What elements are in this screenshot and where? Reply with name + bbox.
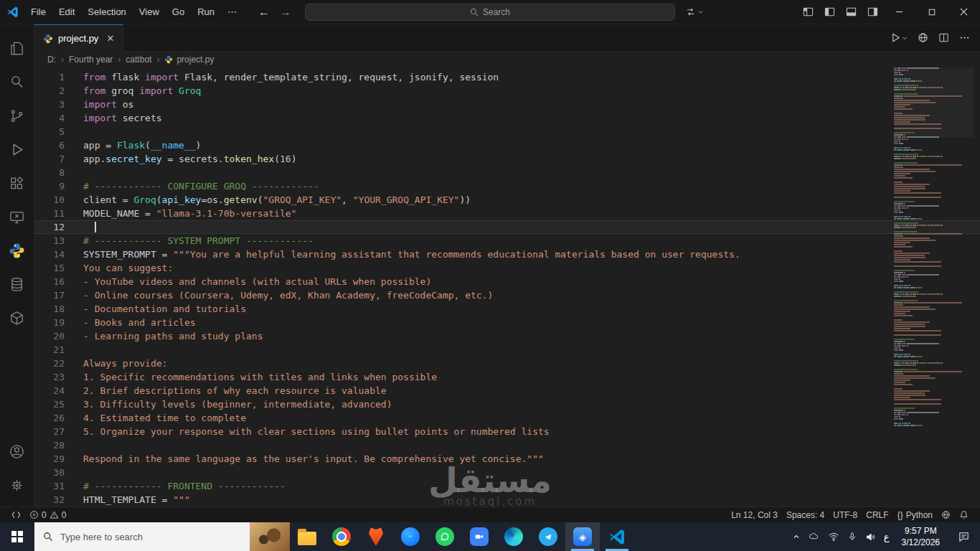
minimize-button[interactable] [883,0,915,24]
live-preview-icon[interactable] [918,32,928,43]
code-line[interactable]: 19- Books and articles [34,316,980,329]
vscode-taskbar-icon[interactable] [600,522,634,551]
edge-icon[interactable] [496,522,531,551]
indentation-indicator[interactable]: Spaces: 4 [782,507,829,523]
run-task-dropdown[interactable] [685,6,704,17]
code-line[interactable]: 275. Organize your response with clear s… [34,425,980,438]
breadcrumb-folder-fourth-year[interactable]: Fourth year [69,55,113,65]
eol-indicator[interactable]: CRLF [862,507,892,523]
microphone-icon[interactable] [847,532,857,542]
code-line[interactable]: 3import os [34,98,980,111]
code-line[interactable]: 6app = Flask(__name__) [34,138,980,152]
zoom-icon[interactable] [462,522,496,551]
menu-go[interactable]: Go [166,4,191,20]
file-explorer-icon[interactable] [290,522,324,551]
run-python-file-button[interactable] [890,32,908,43]
settings-gear-icon[interactable] [0,468,34,502]
back-arrow-icon[interactable]: ← [258,6,270,19]
minimap[interactable] [894,67,974,507]
container-cube-icon[interactable] [0,301,34,335]
code-line[interactable]: 7app.secret_key = secrets.token_hex(16) [34,152,980,166]
close-window-button[interactable] [948,0,980,24]
code-line[interactable]: 17- Online courses (Coursera, Udemy, edX… [34,288,980,302]
menu-run[interactable]: Run [191,4,221,20]
forward-arrow-icon[interactable]: → [280,6,291,19]
menu-more[interactable]: ⋯ [221,4,243,20]
network-icon[interactable] [828,531,839,542]
input-language-indicator[interactable]: ع [884,532,890,542]
code-line[interactable]: 264. Estimated time to complete [34,411,980,425]
menu-file[interactable]: File [24,4,52,20]
messenger-icon[interactable] [393,522,428,551]
toggle-panel-icon[interactable] [840,0,862,24]
code-line[interactable]: 10client = Groq(api_key=os.getenv("GROQ_… [34,193,980,207]
onedrive-cloud-icon[interactable] [809,531,820,542]
menu-selection[interactable]: Selection [81,4,132,20]
code-line[interactable]: 13# ------------ SYSTEM PROMPT ---------… [34,234,980,248]
brave-icon[interactable] [359,522,393,551]
code-line[interactable]: 30 [34,466,980,479]
speaker-icon[interactable] [865,532,876,542]
code-line[interactable]: 20- Learning paths and study plans [34,329,980,343]
split-editor-icon[interactable] [938,32,949,43]
language-mode-indicator[interactable]: {} Python [893,507,937,523]
extensions-icon[interactable] [0,166,34,200]
explorer-icon[interactable] [0,32,34,65]
code-line[interactable]: 9# ------------ CONFIGURE GROQ ---------… [34,179,980,193]
code-line[interactable]: 4import secrets [34,111,980,125]
breadcrumb-drive[interactable]: D: [47,55,56,65]
python-extension-icon[interactable] [0,234,34,268]
remote-explorer-icon[interactable] [0,200,34,234]
code-line[interactable]: 253. Difficulty levels (beginner, interm… [34,397,980,411]
news-widget-thumbnail[interactable] [250,522,290,551]
code-line[interactable]: 29Respond in the same language as the us… [34,452,980,466]
code-line[interactable]: 12 [34,220,980,234]
code-line[interactable]: 2from groq import Groq [34,84,980,98]
start-button[interactable] [0,522,34,551]
code-line[interactable]: 5 [34,125,980,138]
menu-edit[interactable]: Edit [52,4,81,20]
hidden-icons-chevron[interactable] [792,532,801,541]
code-line[interactable]: 28 [34,438,980,452]
more-actions-icon[interactable] [959,32,970,43]
breadcrumb-folder-cattbot[interactable]: cattbot [126,55,151,65]
search-sidebar-icon[interactable] [0,65,34,99]
breadcrumb-file[interactable]: project.py [164,55,214,65]
problems-indicator[interactable]: 0 0 [25,507,70,523]
taskbar-search-input[interactable]: Type here to search [34,522,250,551]
run-debug-icon[interactable] [0,133,34,166]
code-line[interactable]: 14SYSTEM_PROMPT = """You are a helpful l… [34,248,980,261]
clock[interactable]: 9:57 PM 3/12/2026 [897,525,944,548]
remote-desktop-app-icon[interactable]: ◈ [565,522,600,551]
code-line[interactable]: 22Always provide: [34,357,980,370]
code-line[interactable]: 21 [34,343,980,357]
notifications-bell-icon[interactable] [955,507,973,523]
code-line[interactable]: 15You can suggest: [34,261,980,275]
code-line[interactable]: 11MODEL_NAME = "llama-3.1-70b-versatile" [34,207,980,220]
code-line[interactable]: 231. Specific recommendations with title… [34,370,980,384]
tab-close-icon[interactable]: ✕ [106,33,114,44]
code-line[interactable]: 32HTML_TEMPLATE = """ [34,493,980,507]
menu-view[interactable]: View [133,4,166,20]
maximize-button[interactable] [915,0,948,24]
code-line[interactable]: 1from flask import Flask, render_templat… [34,70,980,84]
account-icon[interactable] [0,435,34,468]
code-line[interactable]: 16- YouTube videos and channels (with ac… [34,275,980,288]
source-control-icon[interactable] [0,99,34,133]
global-search-input[interactable]: Search [305,4,675,21]
code-line[interactable]: 18- Documentation and tutorials [34,302,980,316]
database-icon[interactable] [0,268,34,301]
toggle-secondary-sidebar-icon[interactable] [862,0,883,24]
code-line[interactable]: 8 [34,166,980,179]
telegram-icon[interactable] [531,522,565,551]
whatsapp-icon[interactable] [428,522,462,551]
tab-project-py[interactable]: project.py ✕ [34,24,123,52]
toggle-primary-sidebar-icon[interactable] [819,0,840,24]
code-editor[interactable]: 1from flask import Flask, render_templat… [34,67,980,507]
cursor-position-indicator[interactable]: Ln 12, Col 3 [727,507,782,523]
code-line[interactable]: 242. Brief descriptions of why each reso… [34,384,980,397]
broadcast-icon[interactable] [937,507,955,523]
encoding-indicator[interactable]: UTF-8 [829,507,862,523]
action-center-icon[interactable] [952,531,976,543]
chrome-icon[interactable] [324,522,359,551]
